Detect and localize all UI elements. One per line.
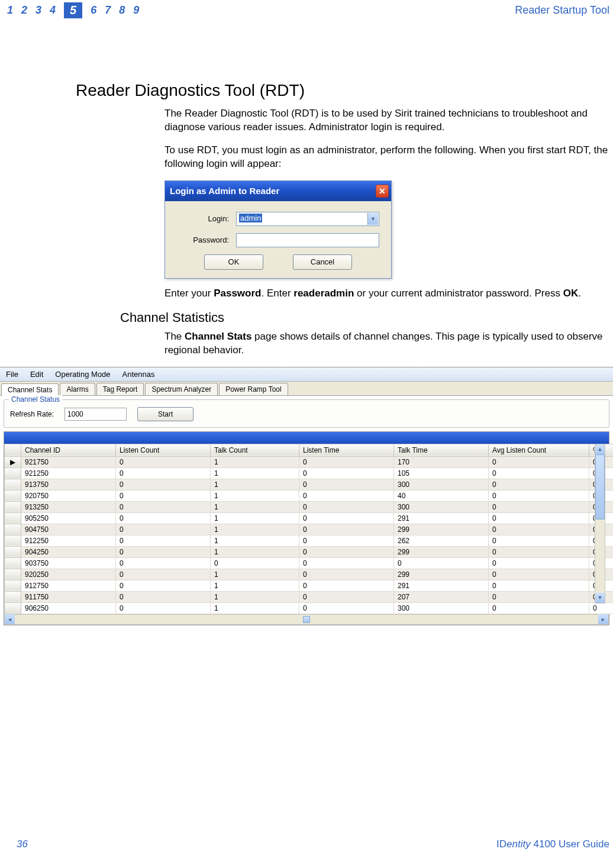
cell: 0 [116, 546, 211, 557]
chapter-5[interactable]: 5 [64, 2, 82, 18]
chapter-6[interactable]: 6 [91, 4, 96, 17]
menu-operating-mode[interactable]: Operating Mode [55, 370, 110, 379]
cell: 299 [394, 569, 489, 580]
table-row[interactable]: 90425001029900 [5, 546, 614, 557]
cell: 0 [299, 535, 394, 546]
col-avg-listen-count[interactable]: Avg Listen Count [489, 444, 589, 456]
cell: 0 [116, 467, 211, 479]
col-talk-time[interactable]: Talk Time [394, 444, 489, 456]
cell: 0 [489, 569, 589, 580]
channel-stats-table: Channel IDListen CountTalk CountListen T… [4, 444, 613, 614]
menu-file[interactable]: File [6, 370, 18, 379]
cell: 0 [299, 602, 394, 614]
table-blue-bar [4, 432, 609, 444]
cell: 299 [394, 546, 489, 557]
tab-spectrum-analyzer[interactable]: Spectrum Analyzer [145, 383, 218, 395]
cell: 1 [211, 580, 299, 591]
cell: 0 [489, 557, 589, 569]
rdt-app-window: FileEditOperating ModeAntennas Channel S… [0, 367, 613, 625]
cell: 105 [394, 467, 489, 479]
password-input[interactable] [236, 233, 379, 247]
scroll-up-icon[interactable]: ▲ [595, 444, 605, 454]
chapter-7[interactable]: 7 [105, 4, 111, 17]
menu-edit[interactable]: Edit [30, 370, 43, 379]
row-header [5, 591, 21, 602]
cell: 1 [211, 602, 299, 614]
login-titlebar: Login as Admin to Reader ✕ [165, 181, 391, 201]
guide-name: IDentity 4100 User Guide [496, 838, 609, 850]
table-row[interactable]: 91175001020700 [5, 591, 614, 602]
chevron-down-icon[interactable]: ▼ [367, 213, 378, 225]
cell: 913750 [21, 479, 116, 490]
cell: 291 [394, 580, 489, 591]
table-row[interactable]: 91325001030000 [5, 501, 614, 512]
refresh-rate-input[interactable] [64, 408, 127, 421]
cell: 0 [489, 535, 589, 546]
scroll-right-icon[interactable]: ► [598, 614, 608, 624]
row-header [5, 569, 21, 580]
chapter-2[interactable]: 2 [21, 4, 27, 17]
tab-power-ramp-tool[interactable]: Power Ramp Tool [219, 383, 288, 395]
table-row[interactable]: 91275001029100 [5, 580, 614, 591]
intro-paragraph-2: To use RDT, you must login as an adminis… [164, 144, 608, 171]
col-listen-count[interactable]: Listen Count [116, 444, 211, 456]
cell: 912250 [21, 535, 116, 546]
cell: 0 [489, 467, 589, 479]
col-channel-id[interactable]: Channel ID [21, 444, 116, 456]
intro-paragraph-1: The Reader Diagnostic Tool (RDT) is to b… [164, 107, 608, 134]
chapter-1[interactable]: 1 [7, 4, 13, 17]
cell: 0 [299, 490, 394, 501]
col-listen-time[interactable]: Listen Time [299, 444, 394, 456]
cell: 1 [211, 456, 299, 467]
chapter-8[interactable]: 8 [119, 4, 125, 17]
ok-button[interactable]: OK [204, 254, 263, 270]
vscroll-thumb[interactable] [595, 454, 605, 519]
cell: 921750 [21, 456, 116, 467]
cell: 262 [394, 535, 489, 546]
table-row[interactable]: 91375001030000 [5, 479, 614, 490]
login-label: Login: [177, 214, 236, 223]
table-row[interactable]: 92025001029900 [5, 569, 614, 580]
cell: 1 [211, 512, 299, 524]
cell: 1 [211, 591, 299, 602]
cell: 0 [394, 557, 489, 569]
chapter-4[interactable]: 4 [50, 4, 56, 17]
table-row[interactable]: ▶92175001017000 [5, 456, 614, 467]
scroll-down-icon[interactable]: ▼ [595, 593, 605, 603]
table-row[interactable]: 90475001029900 [5, 524, 614, 535]
table-row[interactable]: 91225001026200 [5, 535, 614, 546]
cancel-button[interactable]: Cancel [293, 254, 352, 270]
chapter-3[interactable]: 3 [36, 4, 41, 17]
cell: 0 [116, 557, 211, 569]
scroll-left-icon[interactable]: ◄ [5, 614, 15, 624]
section-title: Reader Diagnostics Tool (RDT) [76, 81, 607, 100]
hscroll-thumb[interactable] [303, 616, 310, 623]
cell: 0 [489, 524, 589, 535]
page-number: 36 [17, 838, 28, 850]
table-row[interactable]: 92125001010500 [5, 467, 614, 479]
cell: 0 [116, 490, 211, 501]
cell: 0 [489, 602, 589, 614]
login-combobox[interactable]: admin ▼ [236, 212, 379, 226]
tab-channel-stats[interactable]: Channel Stats [1, 383, 59, 396]
horizontal-scrollbar[interactable]: ◄ ► [4, 614, 609, 625]
close-icon[interactable]: ✕ [376, 185, 389, 198]
row-header [5, 512, 21, 524]
row-header [5, 557, 21, 569]
password-label: Password: [177, 235, 236, 244]
menu-antennas[interactable]: Antennas [122, 370, 155, 379]
chapter-9[interactable]: 9 [133, 4, 139, 17]
row-header [5, 467, 21, 479]
cell: 1 [211, 535, 299, 546]
table-row[interactable]: 90525001029100 [5, 512, 614, 524]
col-talk-count[interactable]: Talk Count [211, 444, 299, 456]
table-row[interactable]: 9207500104000 [5, 490, 614, 501]
start-button[interactable]: Start [137, 407, 193, 421]
table-row[interactable]: 903750000000 [5, 557, 614, 569]
table-row[interactable]: 90625001030000 [5, 602, 614, 614]
cell: 170 [394, 456, 489, 467]
tab-alarms[interactable]: Alarms [60, 383, 95, 395]
refresh-rate-label: Refresh Rate: [10, 410, 54, 418]
vertical-scrollbar[interactable]: ▲ ▼ [595, 444, 605, 604]
tab-tag-report[interactable]: Tag Report [96, 383, 144, 395]
